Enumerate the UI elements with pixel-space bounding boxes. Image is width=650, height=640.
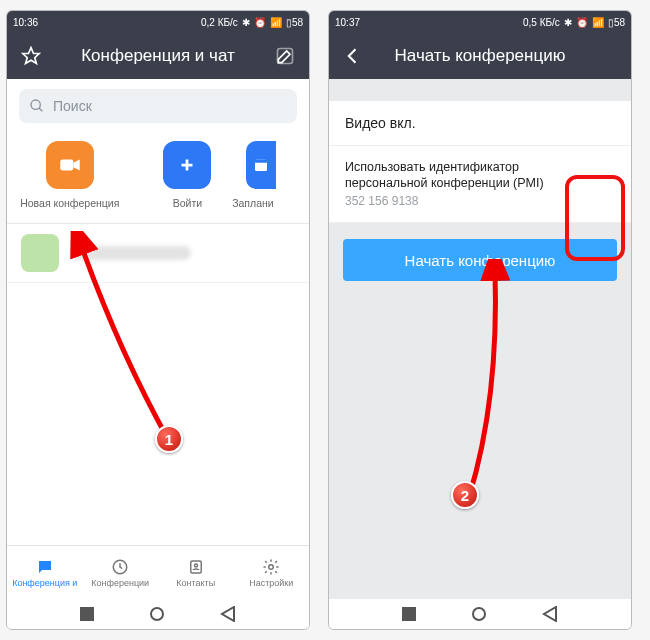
start-conference-button[interactable]: Начать конференцию	[343, 239, 617, 281]
main-content: Видео вкл. Использовать идентификатор пе…	[329, 79, 631, 599]
search-icon	[29, 98, 45, 114]
svg-marker-0	[23, 48, 40, 64]
phone-right: 10:37 0,5 КБ/с ✱ ⏰ 📶 ▯58 Начать конферен…	[328, 10, 632, 630]
calendar-icon	[246, 141, 276, 189]
chat-bubble-icon	[35, 558, 55, 576]
search-placeholder: Поиск	[53, 98, 92, 114]
plus-icon	[163, 141, 211, 189]
clock-icon	[110, 558, 130, 576]
main-content: Поиск Новая конференция Войти Заплани	[7, 79, 309, 545]
tab-conf-chat[interactable]: Конференция и	[7, 546, 83, 599]
bluetooth-icon: ✱	[242, 17, 250, 28]
signal-icon: 📶	[270, 17, 282, 28]
tab-contacts[interactable]: Контакты	[158, 546, 234, 599]
annotation-badge-2: 2	[451, 481, 479, 509]
svg-rect-1	[278, 49, 293, 64]
recent-apps-button[interactable]	[80, 607, 94, 621]
annotation-arrow-2	[439, 259, 559, 509]
svg-rect-9	[255, 160, 267, 163]
bluetooth-icon: ✱	[564, 17, 572, 28]
contacts-icon	[186, 558, 206, 576]
home-button[interactable]	[150, 607, 164, 621]
svg-point-14	[269, 564, 274, 569]
android-nav-bar	[7, 599, 309, 629]
battery-icon: ▯58	[286, 17, 303, 28]
phone-left: 10:36 0,2 КБ/с ✱ ⏰ 📶 ▯58 Конференция и ч…	[6, 10, 310, 630]
pmi-row: Использовать идентификатор персональной …	[329, 146, 631, 223]
svg-point-13	[194, 564, 197, 567]
signal-icon: 📶	[592, 17, 604, 28]
video-on-row: Видео вкл.	[329, 101, 631, 146]
alarm-icon: ⏰	[254, 17, 266, 28]
status-right: 0,5 КБ/с ✱ ⏰ 📶 ▯58	[523, 17, 625, 28]
app-header: Начать конференцию	[329, 33, 631, 79]
avatar	[21, 234, 59, 272]
svg-line-3	[39, 108, 42, 111]
svg-marker-15	[222, 607, 234, 621]
schedule-button[interactable]: Заплани	[246, 141, 305, 209]
android-nav-bar	[329, 599, 631, 629]
app-header: Конференция и чат	[7, 33, 309, 79]
clock: 10:37	[335, 17, 360, 28]
video-camera-icon	[46, 141, 94, 189]
battery-icon: ▯58	[608, 17, 625, 28]
status-bar: 10:37 0,5 КБ/с ✱ ⏰ 📶 ▯58	[329, 11, 631, 33]
page-title: Конференция и чат	[43, 46, 273, 66]
star-icon[interactable]	[19, 44, 43, 68]
quick-actions: Новая конференция Войти Заплани	[7, 133, 309, 224]
bottom-nav: Конференция и Конференции Контакты Настр…	[7, 545, 309, 599]
back-icon[interactable]	[341, 44, 365, 68]
svg-point-2	[31, 100, 40, 109]
pmi-value: 352 156 9138	[345, 194, 545, 208]
tab-conferences[interactable]: Конференции	[83, 546, 159, 599]
status-bar: 10:36 0,2 КБ/с ✱ ⏰ 📶 ▯58	[7, 11, 309, 33]
new-conference-button[interactable]: Новая конференция	[11, 141, 129, 209]
contact-name-blurred	[71, 246, 191, 260]
page-title: Начать конференцию	[365, 46, 595, 66]
status-right: 0,2 КБ/с ✱ ⏰ 📶 ▯58	[201, 17, 303, 28]
svg-rect-4	[60, 160, 73, 171]
back-button[interactable]	[220, 606, 236, 622]
search-input[interactable]: Поиск	[19, 89, 297, 123]
join-button[interactable]: Войти	[129, 141, 247, 209]
svg-marker-17	[544, 607, 556, 621]
home-button[interactable]	[472, 607, 486, 621]
alarm-icon: ⏰	[576, 17, 588, 28]
tab-settings[interactable]: Настройки	[234, 546, 310, 599]
recent-apps-button[interactable]	[402, 607, 416, 621]
list-item[interactable]	[7, 224, 309, 283]
svg-marker-5	[73, 160, 80, 171]
annotation-badge-1: 1	[155, 425, 183, 453]
clock: 10:36	[13, 17, 38, 28]
compose-icon[interactable]	[273, 44, 297, 68]
gear-icon	[261, 558, 281, 576]
back-button[interactable]	[542, 606, 558, 622]
